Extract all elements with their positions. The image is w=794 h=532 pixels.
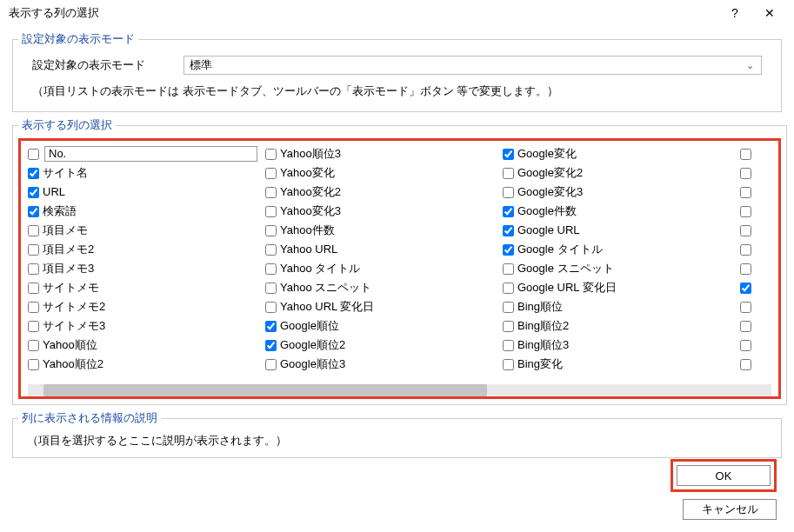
list-item[interactable] bbox=[738, 163, 773, 183]
list-item[interactable]: サイト名 bbox=[26, 163, 264, 183]
column-checkbox[interactable] bbox=[28, 225, 39, 236]
column-checkbox[interactable] bbox=[28, 244, 39, 256]
list-item[interactable] bbox=[738, 183, 773, 202]
column-checkbox[interactable] bbox=[740, 359, 751, 370]
column-checkbox[interactable] bbox=[28, 263, 39, 275]
column-checkbox[interactable] bbox=[265, 206, 277, 217]
list-item[interactable]: Google タイトル bbox=[501, 240, 738, 259]
column-checkbox[interactable] bbox=[740, 206, 751, 217]
scrollbar-thumb[interactable] bbox=[43, 384, 487, 396]
list-item[interactable]: Google変化 bbox=[501, 144, 738, 163]
list-item[interactable]: Google変化2 bbox=[501, 163, 738, 183]
close-icon[interactable]: ✕ bbox=[752, 6, 787, 20]
list-item[interactable]: Bing順位2 bbox=[501, 316, 738, 336]
column-checkbox[interactable] bbox=[503, 187, 514, 198]
column-checkbox[interactable] bbox=[28, 321, 39, 332]
column-checkbox[interactable] bbox=[28, 187, 39, 198]
column-checkbox[interactable] bbox=[503, 244, 514, 256]
column-checkbox[interactable] bbox=[503, 283, 514, 294]
list-item[interactable]: Google件数 bbox=[501, 202, 738, 221]
column-checkbox[interactable] bbox=[28, 302, 39, 313]
column-checkbox[interactable] bbox=[740, 321, 751, 332]
list-item[interactable] bbox=[738, 316, 773, 336]
column-checkbox[interactable] bbox=[503, 359, 514, 370]
column-checkbox[interactable] bbox=[503, 168, 514, 179]
list-item[interactable]: Google順位3 bbox=[264, 355, 501, 374]
column-checkbox[interactable] bbox=[28, 359, 39, 370]
column-checkbox[interactable] bbox=[740, 244, 751, 256]
column-checkbox[interactable] bbox=[265, 244, 277, 256]
list-item[interactable]: Google URL bbox=[501, 221, 738, 240]
list-item[interactable]: Yahoo順位 bbox=[26, 336, 264, 355]
column-checkbox[interactable] bbox=[265, 321, 277, 332]
column-checkbox[interactable] bbox=[265, 263, 277, 275]
column-checkbox[interactable] bbox=[503, 302, 514, 313]
list-item[interactable]: Yahoo変化3 bbox=[264, 202, 501, 221]
list-item[interactable]: 検索語 bbox=[26, 202, 264, 221]
column-checkbox[interactable] bbox=[740, 187, 751, 198]
list-item[interactable]: Bing変化 bbox=[501, 355, 738, 374]
column-checkbox[interactable] bbox=[740, 225, 751, 236]
column-checkbox[interactable] bbox=[265, 359, 277, 370]
list-item[interactable]: Google順位 bbox=[264, 316, 501, 336]
list-item[interactable]: Yahoo変化 bbox=[264, 163, 501, 183]
column-checkbox[interactable] bbox=[503, 263, 514, 275]
column-checkbox[interactable] bbox=[503, 149, 514, 160]
list-item[interactable]: Bing順位 bbox=[501, 297, 738, 316]
list-item[interactable]: Yahoo変化2 bbox=[264, 183, 501, 202]
column-checkbox[interactable] bbox=[740, 168, 751, 179]
cancel-button[interactable]: キャンセル bbox=[683, 499, 777, 520]
list-item[interactable]: Google順位2 bbox=[264, 336, 501, 355]
list-item[interactable]: Yahoo件数 bbox=[264, 221, 501, 240]
horizontal-scrollbar[interactable] bbox=[28, 384, 771, 396]
column-checkbox[interactable] bbox=[740, 340, 751, 351]
column-checkbox[interactable] bbox=[28, 206, 39, 217]
list-item[interactable]: Bing順位3 bbox=[501, 336, 738, 355]
list-item[interactable]: Google スニペット bbox=[501, 259, 738, 278]
column-checkbox[interactable] bbox=[265, 168, 277, 179]
column-checkbox[interactable] bbox=[503, 225, 514, 236]
list-item[interactable] bbox=[738, 336, 773, 355]
column-checkbox[interactable] bbox=[28, 340, 39, 351]
list-item[interactable]: Yahoo順位2 bbox=[26, 355, 264, 374]
column-checkbox[interactable] bbox=[740, 263, 751, 275]
list-item[interactable]: Yahoo スニペット bbox=[264, 278, 501, 297]
list-item[interactable]: サイトメモ3 bbox=[26, 316, 264, 336]
list-item[interactable] bbox=[738, 144, 773, 163]
column-checkbox[interactable] bbox=[740, 302, 751, 313]
list-item[interactable] bbox=[738, 259, 773, 278]
column-checkbox[interactable] bbox=[265, 302, 277, 313]
list-item[interactable] bbox=[738, 355, 773, 374]
column-checkbox[interactable] bbox=[265, 225, 277, 236]
list-item[interactable] bbox=[738, 240, 773, 259]
column-checkbox[interactable] bbox=[28, 168, 39, 179]
ok-button[interactable]: OK bbox=[677, 465, 771, 486]
column-checkbox[interactable] bbox=[265, 340, 277, 351]
list-item[interactable] bbox=[738, 202, 773, 221]
column-checkbox[interactable] bbox=[503, 321, 514, 332]
list-item[interactable]: 項目メモ3 bbox=[26, 259, 264, 278]
display-mode-select[interactable]: 標準 ⌄ bbox=[183, 56, 762, 75]
list-item[interactable]: 項目メモ2 bbox=[26, 240, 264, 259]
help-icon[interactable]: ? bbox=[717, 6, 752, 20]
column-checkbox[interactable] bbox=[740, 149, 751, 160]
list-item[interactable]: Yahoo URL bbox=[264, 240, 501, 259]
column-checkbox[interactable] bbox=[740, 283, 751, 294]
list-item[interactable]: 項目メモ bbox=[26, 221, 264, 240]
column-checkbox[interactable] bbox=[265, 283, 277, 294]
list-item[interactable] bbox=[738, 297, 773, 316]
list-item[interactable] bbox=[738, 221, 773, 240]
list-item[interactable]: URL bbox=[26, 183, 264, 202]
list-item[interactable]: Google変化3 bbox=[501, 183, 738, 202]
list-item[interactable]: Yahoo順位3 bbox=[264, 144, 501, 163]
column-label-editable[interactable]: No. bbox=[44, 146, 257, 162]
list-item[interactable]: サイトメモ bbox=[26, 278, 264, 297]
column-checkbox[interactable] bbox=[28, 149, 39, 160]
list-item[interactable] bbox=[738, 278, 773, 297]
column-checkbox[interactable] bbox=[503, 340, 514, 351]
list-item[interactable]: Yahoo タイトル bbox=[264, 259, 501, 278]
list-item[interactable]: Google URL 変化日 bbox=[501, 278, 738, 297]
column-checkbox[interactable] bbox=[265, 187, 277, 198]
list-item[interactable]: サイトメモ2 bbox=[26, 297, 264, 316]
column-checkbox[interactable] bbox=[503, 206, 514, 217]
